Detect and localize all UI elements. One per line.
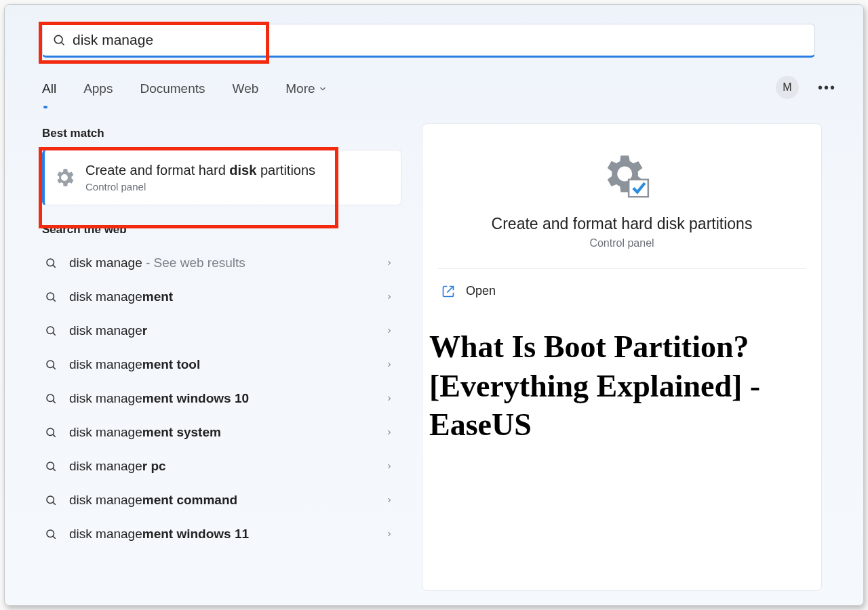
svg-line-13 bbox=[53, 434, 55, 436]
web-result-label: disk manage - See web results bbox=[69, 256, 245, 270]
web-result-label: disk manager bbox=[69, 323, 147, 338]
best-match-title-prefix: Create and format hard bbox=[85, 163, 229, 178]
gear-icon bbox=[53, 166, 76, 189]
chevron-right-icon bbox=[385, 530, 393, 538]
divider bbox=[437, 268, 806, 269]
preview-panel: Create and format hard disk partitions C… bbox=[422, 123, 822, 591]
tab-more[interactable]: More bbox=[285, 77, 327, 100]
tab-documents[interactable]: Documents bbox=[140, 77, 205, 100]
search-window: All Apps Documents Web More M ••• Best m… bbox=[4, 4, 864, 606]
preview-icon-container bbox=[437, 150, 806, 201]
more-options-button[interactable]: ••• bbox=[818, 80, 836, 96]
best-match-subtitle: Control panel bbox=[85, 181, 315, 192]
svg-line-19 bbox=[53, 536, 55, 538]
search-bar[interactable] bbox=[42, 24, 815, 58]
gear-check-icon bbox=[593, 150, 651, 201]
svg-point-16 bbox=[47, 496, 54, 504]
search-icon bbox=[45, 359, 57, 371]
search-icon bbox=[52, 33, 66, 47]
web-result-label: disk manager pc bbox=[69, 459, 166, 474]
search-icon bbox=[45, 392, 57, 405]
web-result-item[interactable]: disk management system bbox=[42, 415, 401, 449]
preview-subtitle: Control panel bbox=[437, 237, 806, 249]
web-result-item[interactable]: disk management windows 11 bbox=[42, 517, 401, 551]
web-result-label: disk management command bbox=[69, 493, 237, 508]
svg-point-8 bbox=[47, 361, 54, 368]
search-icon bbox=[45, 460, 57, 472]
search-icon bbox=[45, 257, 57, 269]
open-label: Open bbox=[466, 284, 496, 298]
search-icon bbox=[45, 291, 57, 303]
svg-line-11 bbox=[53, 401, 55, 403]
chevron-right-icon bbox=[385, 428, 393, 436]
best-match-heading: Best match bbox=[42, 127, 401, 140]
web-result-label: disk management bbox=[69, 289, 173, 304]
tab-more-label: More bbox=[285, 81, 315, 96]
svg-line-7 bbox=[53, 333, 55, 335]
web-result-label: disk management tool bbox=[69, 357, 200, 372]
web-result-label: disk management windows 11 bbox=[69, 527, 249, 542]
chevron-right-icon bbox=[385, 259, 393, 267]
svg-point-14 bbox=[47, 462, 54, 470]
svg-point-4 bbox=[47, 293, 54, 300]
search-icon bbox=[45, 426, 57, 439]
open-action[interactable]: Open bbox=[437, 281, 806, 301]
open-link-icon bbox=[441, 285, 455, 298]
filter-tabs: All Apps Documents Web More bbox=[42, 77, 328, 100]
chevron-down-icon bbox=[318, 84, 328, 94]
best-match-result[interactable]: Create and format hard disk partitions C… bbox=[42, 150, 401, 205]
top-right-controls: M ••• bbox=[776, 76, 836, 99]
svg-point-2 bbox=[47, 259, 54, 266]
svg-line-5 bbox=[53, 299, 55, 301]
svg-line-9 bbox=[53, 367, 55, 369]
web-result-item[interactable]: disk management windows 10 bbox=[42, 382, 401, 415]
svg-rect-20 bbox=[629, 180, 648, 197]
web-result-item[interactable]: disk management command bbox=[42, 483, 401, 517]
best-match-title-suffix: partitions bbox=[256, 163, 315, 178]
chevron-right-icon bbox=[385, 462, 393, 470]
svg-line-3 bbox=[53, 265, 55, 267]
svg-point-10 bbox=[47, 394, 54, 402]
article-title-overlay: What Is Boot Partition? [Everything Expl… bbox=[422, 327, 821, 445]
web-result-label: disk management windows 10 bbox=[69, 391, 249, 406]
results-column: Best match Create and format hard disk p… bbox=[42, 127, 401, 551]
preview-title: Create and format hard disk partitions bbox=[437, 215, 806, 233]
web-result-item[interactable]: disk management bbox=[42, 280, 401, 314]
svg-line-17 bbox=[53, 502, 55, 504]
web-result-item[interactable]: disk manager pc bbox=[42, 449, 401, 483]
tab-apps[interactable]: Apps bbox=[83, 77, 113, 100]
chevron-right-icon bbox=[385, 496, 393, 504]
best-match-text: Create and format hard disk partitions C… bbox=[85, 163, 315, 192]
svg-point-0 bbox=[54, 35, 62, 43]
svg-point-12 bbox=[47, 428, 54, 436]
best-match-title-bold: disk bbox=[229, 163, 256, 178]
search-icon bbox=[45, 325, 57, 337]
web-result-label: disk management system bbox=[69, 425, 221, 440]
tab-all[interactable]: All bbox=[42, 77, 56, 100]
svg-point-18 bbox=[47, 530, 54, 537]
chevron-right-icon bbox=[385, 394, 393, 403]
chevron-right-icon bbox=[385, 293, 393, 301]
web-result-item[interactable]: disk management tool bbox=[42, 348, 401, 382]
search-icon bbox=[45, 528, 57, 540]
svg-line-1 bbox=[62, 43, 64, 45]
chevron-right-icon bbox=[385, 327, 393, 335]
search-icon bbox=[45, 494, 57, 506]
search-web-heading: Search the web bbox=[42, 223, 401, 237]
svg-line-15 bbox=[53, 468, 55, 470]
web-results-list: disk manage - See web resultsdisk manage… bbox=[42, 246, 401, 551]
chevron-right-icon bbox=[385, 361, 393, 369]
user-avatar[interactable]: M bbox=[776, 76, 799, 99]
search-input[interactable] bbox=[73, 32, 805, 48]
svg-point-6 bbox=[47, 327, 54, 334]
tab-web[interactable]: Web bbox=[233, 77, 259, 100]
web-result-item[interactable]: disk manage - See web results bbox=[42, 246, 401, 280]
web-result-item[interactable]: disk manager bbox=[42, 314, 401, 348]
